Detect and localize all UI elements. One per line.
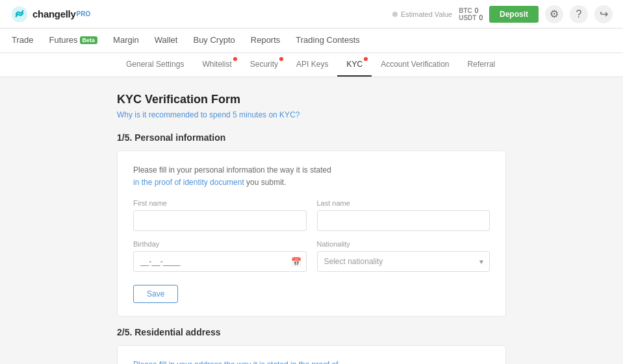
main-content: KYC Verification Form Why is it recommen… — [0, 77, 623, 364]
btc-value: 0 — [475, 7, 479, 14]
nav-item-margin[interactable]: Margin — [112, 29, 140, 53]
tab-api-keys[interactable]: API Keys — [287, 53, 337, 77]
first-name-group: First name — [133, 199, 307, 231]
futures-badge: Beta — [80, 36, 98, 44]
birthday-label: Birthday — [133, 240, 307, 248]
nationality-select-wrapper: Select nationality ▼ — [317, 251, 490, 272]
section2-desc-highlight: Please fill in your address the way it i… — [133, 360, 338, 364]
tab-general-settings[interactable]: General Settings — [117, 53, 193, 77]
last-name-input[interactable] — [317, 210, 490, 231]
section1-card: Please fill in your personal information… — [117, 151, 506, 317]
kyc-info-link[interactable]: Why is it recommended to spend 5 minutes… — [117, 110, 506, 119]
nav-item-trading-contests[interactable]: Trading Contests — [294, 29, 361, 53]
section1-desc: Please fill in your personal information… — [133, 164, 490, 189]
name-row: First name Last name — [133, 199, 490, 231]
logout-icon[interactable]: ↪ — [594, 5, 613, 23]
security-dot — [279, 57, 283, 61]
section2-desc: Please fill in your address the way it i… — [133, 359, 490, 364]
usdt-row: USDT 0 — [459, 14, 483, 21]
first-name-label: First name — [133, 199, 307, 207]
tab-account-verification[interactable]: Account Verification — [372, 53, 458, 77]
birthday-input[interactable] — [133, 251, 307, 272]
deposit-button[interactable]: Deposit — [489, 6, 539, 23]
usdt-value: 0 — [479, 14, 483, 21]
section1-desc-part2: you submit. — [246, 178, 286, 187]
birthday-group: Birthday 📅 — [133, 240, 307, 272]
logo-icon — [10, 5, 29, 23]
tab-whitelist[interactable]: Whitelist — [193, 53, 240, 77]
usdt-label: USDT — [459, 14, 476, 21]
sub-nav: General Settings Whitelist Security API … — [0, 53, 623, 77]
birthday-nationality-row: Birthday 📅 Nationality Select nationalit… — [133, 240, 490, 272]
last-name-label: Last name — [317, 199, 490, 207]
page-title: KYC Verification Form — [117, 93, 506, 106]
nationality-select[interactable]: Select nationality — [317, 251, 490, 272]
section1-save-button[interactable]: Save — [133, 285, 178, 303]
section1-title: 1/5. Personal information — [117, 132, 506, 143]
tab-kyc[interactable]: KYC — [337, 53, 372, 77]
section2-title: 2/5. Residential address — [117, 327, 506, 337]
nav-item-reports[interactable]: Reports — [249, 29, 282, 53]
section1-desc-highlight: in the proof of identity document — [133, 178, 246, 187]
logo-pro: PRO — [77, 10, 91, 18]
estimated-value: Estimated Value — [392, 10, 452, 18]
crypto-values: BTC 0 USDT 0 — [459, 7, 483, 21]
status-dot — [392, 12, 398, 17]
help-icon[interactable]: ? — [570, 5, 588, 23]
tab-security[interactable]: Security — [241, 53, 287, 77]
logo-text: changelly — [32, 8, 76, 19]
tab-referral[interactable]: Referral — [459, 53, 505, 77]
first-name-input[interactable] — [133, 210, 307, 231]
nav-item-trade[interactable]: Trade — [10, 29, 34, 53]
main-nav: Trade Futures Beta Margin Wallet Buy Cry… — [0, 29, 623, 53]
nationality-group: Nationality Select nationality ▼ — [317, 240, 490, 272]
section2: 2/5. Residential address Please fill in … — [117, 327, 506, 364]
section1-desc-part1: Please fill in your personal information… — [133, 165, 331, 175]
section1: 1/5. Personal information Please fill in… — [117, 132, 506, 317]
header-right: Estimated Value BTC 0 USDT 0 Deposit ⚙ ?… — [392, 5, 613, 23]
header-left: changellyPRO — [10, 5, 90, 23]
nationality-label: Nationality — [317, 240, 490, 248]
estimated-value-label: Estimated Value — [401, 10, 452, 18]
btc-label: BTC — [459, 7, 472, 14]
section2-card: Please fill in your address the way it i… — [117, 345, 506, 364]
birthday-input-wrapper: 📅 — [133, 251, 307, 272]
settings-icon[interactable]: ⚙ — [545, 5, 563, 23]
btc-row: BTC 0 — [459, 7, 483, 14]
logo: changellyPRO — [10, 5, 90, 23]
last-name-group: Last name — [317, 199, 490, 231]
nav-item-buy-crypto[interactable]: Buy Crypto — [192, 29, 236, 53]
kyc-dot — [364, 57, 368, 61]
nav-item-futures[interactable]: Futures Beta — [47, 29, 99, 53]
header: changellyPRO Estimated Value BTC 0 USDT … — [0, 0, 623, 29]
whitelist-dot — [233, 57, 237, 61]
nav-item-wallet[interactable]: Wallet — [153, 29, 179, 53]
